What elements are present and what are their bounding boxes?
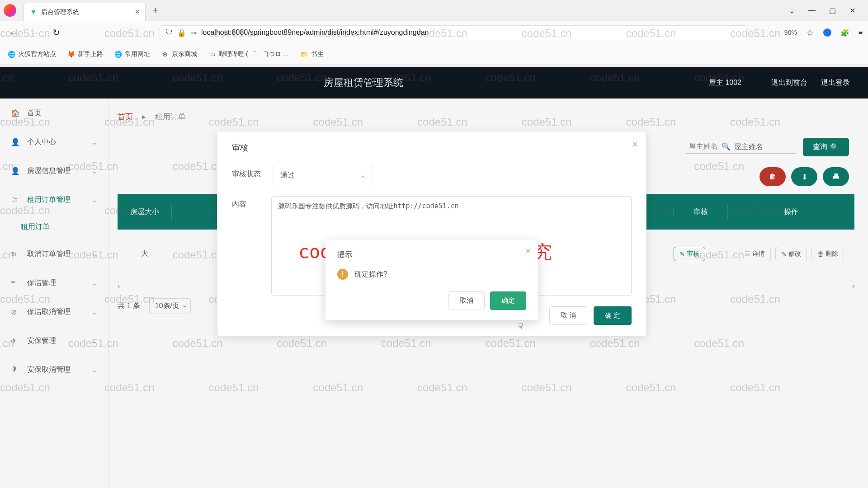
confirm-footer: 取消 确定 — [337, 291, 526, 310]
confirm-button[interactable]: 确定 — [490, 291, 526, 310]
status-select[interactable]: 通过 — [273, 166, 372, 185]
bookmark-item[interactable]: 🦊新手上路 — [67, 50, 103, 58]
back-button[interactable]: ← — [5, 26, 22, 40]
firefox-logo-icon — [4, 4, 16, 17]
cancel-button[interactable]: 取消 — [448, 291, 485, 310]
reload-button[interactable]: ↻ — [49, 25, 64, 40]
forward-button[interactable]: → — [27, 26, 43, 40]
menu-icon[interactable]: ≡ — [859, 28, 863, 37]
window-controls: ⌄ — ▢ ✕ — [789, 6, 864, 15]
jd-icon: ⊕ — [161, 50, 169, 58]
globe-icon: 🌐 — [7, 50, 15, 58]
close-window-icon[interactable]: ✕ — [849, 6, 855, 15]
maximize-icon[interactable]: ▢ — [829, 6, 836, 15]
cancel-button[interactable]: 取 消 — [549, 306, 587, 325]
close-icon[interactable]: × — [135, 7, 140, 17]
bookmark-folder[interactable]: 📁书生 — [300, 50, 324, 58]
close-icon[interactable]: × — [525, 246, 531, 256]
globe-icon: 🌐 — [114, 50, 122, 58]
firefox-icon: 🦊 — [67, 50, 75, 58]
vue-icon: ▼ — [29, 8, 38, 16]
tab-bar: ▼ 后台管理系统 × + ⌄ — ▢ ✕ — [0, 0, 868, 21]
lock-icon: 🔒 — [177, 28, 186, 37]
folder-icon: 📁 — [300, 50, 308, 58]
bookmarks-bar: 🌐火狐官方站点 🦊新手上路 🌐常用网址 ⊕京东商城 ▭哔哩哔哩 ( ゜- ゜)つ… — [0, 44, 868, 64]
bookmark-star-icon[interactable]: ☆ — [806, 27, 814, 38]
url-text: localhost:8080/springboot89nep/admin/dis… — [201, 28, 429, 37]
confirm-body: ! 确定操作? — [337, 269, 526, 280]
tab-dropdown-icon[interactable]: ⌄ — [789, 6, 795, 15]
zoom-level[interactable]: 90% — [784, 29, 797, 36]
bookmark-item[interactable]: ▭哔哩哔哩 ( ゜- ゜)つロ … — [208, 50, 289, 58]
confirm-title: 提示 — [337, 249, 526, 260]
extensions-icon[interactable]: 🧩 — [840, 28, 849, 37]
browser-chrome: ▼ 后台管理系统 × + ⌄ — ▢ ✕ ← → ↻ 🛡 🔒 ⊸ localho… — [0, 0, 868, 67]
confirm-button[interactable]: 确 定 — [594, 306, 632, 325]
minimize-icon[interactable]: — — [808, 6, 816, 15]
confirm-message: 确定操作? — [354, 270, 387, 279]
permission-icon: ⊸ — [191, 28, 197, 37]
content-label: 内容 — [232, 196, 271, 209]
new-tab-button[interactable]: + — [153, 5, 158, 16]
bilibili-icon: ▭ — [208, 50, 216, 58]
tab-title: 后台管理系统 — [41, 8, 135, 16]
address-bar: ← → ↻ 🛡 🔒 ⊸ localhost:8080/springboot89n… — [0, 21, 868, 44]
url-input[interactable]: 🛡 🔒 ⊸ localhost:8080/springboot89nep/adm… — [160, 25, 747, 40]
confirm-dialog: 提示 × ! 确定操作? 取消 确定 — [326, 239, 538, 320]
status-label: 审核状态 — [232, 166, 273, 179]
shield-icon: 🛡 — [165, 28, 173, 37]
form-row-status: 审核状态 通过 — [232, 166, 632, 185]
browser-tab[interactable]: ▼ 后台管理系统 × — [24, 3, 146, 21]
dialog-title: 审核 — [232, 142, 632, 153]
bookmark-item[interactable]: 🌐常用网址 — [114, 50, 150, 58]
close-icon[interactable]: × — [632, 139, 638, 150]
bookmark-item[interactable]: 🌐火狐官方站点 — [7, 50, 56, 58]
warning-icon: ! — [337, 269, 348, 280]
account-icon[interactable] — [823, 28, 831, 37]
bookmark-item[interactable]: ⊕京东商城 — [161, 50, 197, 58]
